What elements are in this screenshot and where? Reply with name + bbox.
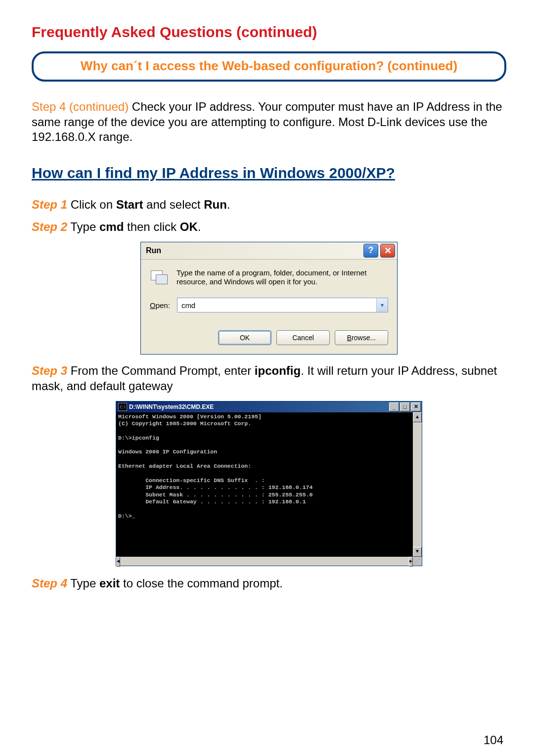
scroll-down-icon[interactable]: ▼ [413, 547, 422, 557]
ok-button[interactable]: OK [218, 330, 271, 345]
chevron-down-icon[interactable]: ▾ [376, 298, 388, 312]
section-pill: Why can´t I access the Web-based configu… [32, 51, 506, 82]
resize-grip-icon[interactable]: ⋰ [413, 557, 422, 566]
faq-title: Frequently Asked Questions (continued) [32, 24, 506, 41]
section-pill-text: Why can´t I access the Web-based configu… [81, 58, 457, 73]
cmd-titlebar: C:\ D:\WINNT\system32\CMD.EXE _ □ ✕ [116, 401, 422, 412]
cmd-window: C:\ D:\WINNT\system32\CMD.EXE _ □ ✕ Micr… [116, 401, 422, 566]
cmd-icon: C:\ [118, 403, 127, 411]
step3: Step 3 From the Command Prompt, enter ip… [32, 363, 506, 394]
step4-continued: Step 4 (continued) Check your IP address… [32, 99, 506, 145]
close-button[interactable]: ✕ [380, 244, 395, 258]
vertical-scrollbar[interactable]: ▲ ▼ [413, 412, 422, 557]
page-number: 104 [484, 733, 503, 747]
run-description: Type the name of a program, folder, docu… [177, 268, 388, 287]
subheading: How can I find my IP Address in Windows … [32, 165, 506, 181]
open-label: Open: [150, 301, 170, 310]
open-combobox[interactable]: cmd ▾ [177, 298, 388, 312]
step4: Step 4 Type exit to close the command pr… [32, 576, 506, 591]
cancel-button[interactable]: Cancel [276, 330, 330, 345]
open-input[interactable]: cmd [178, 298, 376, 312]
close-button[interactable]: ✕ [411, 402, 421, 411]
scroll-left-icon[interactable]: ◄ [116, 557, 120, 567]
scroll-right-icon[interactable]: ► [409, 557, 413, 567]
browse-button[interactable]: Browse... [335, 330, 388, 345]
step1: Step 1 Click on Start and select Run. [32, 197, 506, 213]
run-icon [150, 269, 170, 286]
run-titlebar: Run ? ✕ [141, 242, 397, 260]
step4-label: Step 4 (continued) [32, 100, 129, 113]
step4-label: Step 4 [32, 577, 67, 590]
help-button[interactable]: ? [363, 244, 378, 258]
minimize-button[interactable]: _ [389, 402, 399, 411]
step2: Step 2 Type cmd then click OK. [32, 220, 506, 235]
maximize-button[interactable]: □ [400, 402, 410, 411]
cmd-output: Microsoft Windows 2000 [Version 5.00.219… [116, 412, 413, 557]
step2-label: Step 2 [32, 220, 67, 233]
run-dialog: Run ? ✕ Type the name of a program, fold… [140, 242, 398, 355]
run-dialog-title: Run [146, 246, 361, 255]
cmd-title: D:\WINNT\system32\CMD.EXE [129, 403, 389, 410]
step1-label: Step 1 [32, 198, 67, 211]
scroll-up-icon[interactable]: ▲ [413, 412, 422, 422]
horizontal-scrollbar[interactable]: ◄ ► ⋰ [116, 557, 422, 566]
step3-label: Step 3 [32, 364, 67, 377]
